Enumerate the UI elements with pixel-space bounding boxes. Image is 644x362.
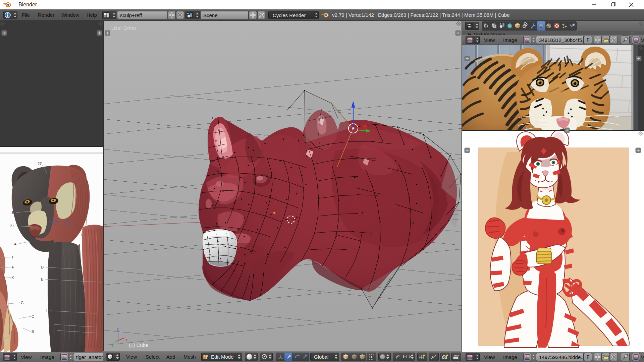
svg-text:F: F xyxy=(12,265,14,269)
svg-text:X: X xyxy=(11,276,14,280)
svg-text:G: G xyxy=(21,301,24,305)
svg-text:27: 27 xyxy=(38,162,42,166)
svg-text:D: D xyxy=(41,265,44,269)
svg-text:x: x xyxy=(125,338,127,342)
svg-text:User Ortho: User Ortho xyxy=(111,25,136,31)
svg-text:9: 9 xyxy=(0,337,2,341)
svg-text:E: E xyxy=(12,210,14,215)
svg-text:B: B xyxy=(41,277,43,281)
svg-text:a: a xyxy=(50,322,53,326)
svg-text:y: y xyxy=(112,342,114,347)
svg-text:21: 21 xyxy=(10,224,14,228)
svg-text:C: C xyxy=(32,314,34,318)
svg-text:z: z xyxy=(117,327,119,332)
svg-text:(1) Cube: (1) Cube xyxy=(129,342,148,348)
svg-text:B: B xyxy=(32,329,34,334)
svg-text:H: H xyxy=(46,309,49,313)
svg-text:T: T xyxy=(11,255,14,259)
svg-text:A: A xyxy=(14,242,17,246)
